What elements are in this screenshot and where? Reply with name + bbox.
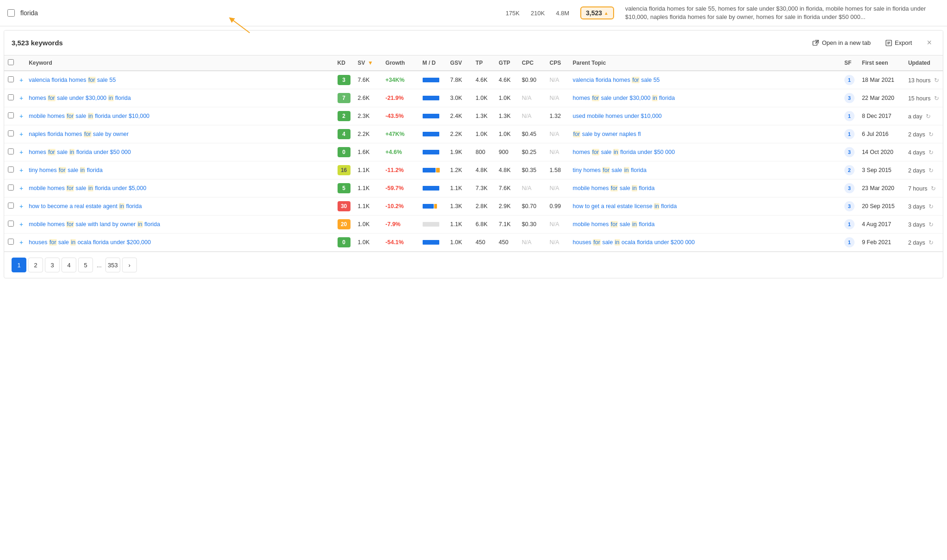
keyword-link[interactable]: naples florida homes for sale by owner (29, 131, 129, 137)
row-sf-cell: 3 (841, 143, 858, 161)
page-353-button[interactable]: 353 (105, 258, 120, 272)
row-md-cell (419, 71, 447, 89)
select-all-checkbox[interactable] (8, 59, 14, 65)
page-3-button[interactable]: 3 (45, 258, 60, 272)
row-sf-cell: 1 (841, 234, 858, 252)
export-button[interactable]: Export (882, 37, 916, 48)
close-button[interactable]: × (923, 36, 935, 49)
row-checkbox[interactable] (8, 166, 14, 172)
keyword-link[interactable]: mobile homes for sale in florida under $… (29, 113, 149, 119)
row-md-cell (419, 125, 447, 143)
th-parent-topic[interactable]: Parent Topic (569, 55, 841, 71)
th-tp[interactable]: TP (472, 55, 495, 71)
page-1-button[interactable]: 1 (12, 258, 26, 272)
row-checkbox[interactable] (8, 112, 14, 118)
sf-badge: 2 (844, 165, 855, 175)
top-row: florida 175K 210K 4.8M 3,523 ▲ valencia … (0, 0, 947, 26)
keyword-link[interactable]: mobile homes for sale in florida under $… (29, 185, 146, 191)
th-sf[interactable]: SF (841, 55, 858, 71)
row-growth-cell: +4.6% (382, 143, 419, 161)
metric-m1: 175K (505, 10, 519, 17)
row-gtp-cell: 1.0K (495, 125, 518, 143)
top-row-checkbox[interactable] (7, 9, 15, 17)
kd-badge: 4 (338, 129, 351, 139)
add-icon[interactable]: + (19, 76, 23, 84)
th-gsv[interactable]: GSV (447, 55, 472, 71)
add-icon[interactable]: + (19, 203, 23, 210)
parent-topic-link[interactable]: homes for sale in florida under $50 000 (573, 149, 675, 155)
refresh-icon[interactable]: ↻ (929, 240, 934, 246)
keyword-link[interactable]: mobile homes for sale with land by owner… (29, 221, 160, 228)
add-icon[interactable]: + (19, 221, 23, 228)
th-gtp[interactable]: GTP (495, 55, 518, 71)
page-2-button[interactable]: 2 (28, 258, 43, 272)
page-4-button[interactable]: 4 (61, 258, 76, 272)
parent-topic-link[interactable]: tiny homes for sale in florida (573, 167, 647, 173)
next-page-button[interactable]: › (122, 258, 137, 272)
th-keyword[interactable]: Keyword (25, 55, 333, 71)
parent-topic-link[interactable]: mobile homes for sale in florida (573, 221, 655, 228)
row-gtp-cell: 1.0K (495, 89, 518, 107)
parent-topic-link[interactable]: for sale by owner naples fl (573, 131, 641, 137)
open-in-tab-button[interactable]: Open in a new tab (809, 37, 874, 48)
keyword-link[interactable]: homes for sale under $30,000 in florida (29, 95, 131, 101)
add-icon[interactable]: + (19, 185, 23, 192)
row-first-seen-cell: 8 Dec 2017 (858, 107, 904, 125)
add-icon[interactable]: + (19, 112, 23, 120)
refresh-icon[interactable]: ↻ (931, 185, 936, 192)
highlighted-metric: 3,523 ▲ (580, 6, 614, 19)
row-cpc-cell: $0.45 (518, 125, 546, 143)
row-sf-cell: 1 (841, 215, 858, 234)
row-checkbox[interactable] (8, 76, 14, 82)
row-checkbox[interactable] (8, 221, 14, 227)
page-ellipsis: ... (95, 262, 104, 269)
keyword-link[interactable]: tiny homes for sale in florida (29, 167, 103, 173)
sf-badge: 3 (844, 183, 855, 193)
parent-topic-link[interactable]: mobile homes for sale in florida (573, 185, 655, 191)
row-parent-cell: homes for sale under $30,000 in florida (569, 89, 841, 107)
refresh-icon[interactable]: ↻ (929, 222, 934, 228)
refresh-icon[interactable]: ↻ (934, 77, 939, 84)
refresh-icon[interactable]: ↻ (934, 95, 939, 102)
parent-topic-link[interactable]: houses for sale in ocala florida under $… (573, 239, 695, 246)
parent-topic-link[interactable]: used mobile homes under $10,000 (573, 113, 662, 119)
th-md[interactable]: M / D (419, 55, 447, 71)
keyword-link[interactable]: how to become a real estate agent in flo… (29, 203, 142, 209)
row-checkbox[interactable] (8, 185, 14, 191)
add-icon[interactable]: + (19, 166, 23, 174)
refresh-icon[interactable]: ↻ (929, 167, 934, 174)
growth-value: -7.9% (386, 221, 401, 228)
add-icon[interactable]: + (19, 94, 23, 102)
keyword-link[interactable]: valencia florida homes for sale 55 (29, 77, 116, 83)
row-checkbox[interactable] (8, 203, 14, 209)
row-checkbox[interactable] (8, 130, 14, 136)
th-cps[interactable]: CPS (546, 55, 569, 71)
row-gsv-cell: 1.0K (447, 234, 472, 252)
add-icon[interactable]: + (19, 148, 23, 156)
th-sv[interactable]: SV ▼ (354, 55, 382, 71)
refresh-icon[interactable]: ↻ (929, 149, 934, 156)
th-growth[interactable]: Growth (382, 55, 419, 71)
keyword-link[interactable]: houses for sale in ocala florida under $… (29, 239, 151, 246)
row-checkbox-cell (4, 125, 18, 143)
refresh-icon[interactable]: ↻ (929, 131, 934, 138)
row-checkbox[interactable] (8, 148, 14, 154)
th-updated[interactable]: Updated (904, 55, 943, 71)
th-kd[interactable]: KD (334, 55, 354, 71)
add-icon[interactable]: + (19, 239, 23, 246)
sv-value: 1.6K (358, 149, 370, 155)
th-first-seen[interactable]: First seen (858, 55, 904, 71)
row-checkbox-cell (4, 143, 18, 161)
parent-topic-link[interactable]: homes for sale under $30,000 in florida (573, 95, 675, 101)
th-cpc[interactable]: CPC (518, 55, 546, 71)
page-5-button[interactable]: 5 (78, 258, 93, 272)
row-first-seen-cell: 4 Aug 2017 (858, 215, 904, 234)
row-checkbox[interactable] (8, 239, 14, 245)
row-checkbox[interactable] (8, 94, 14, 100)
refresh-icon[interactable]: ↻ (926, 113, 931, 120)
parent-topic-link[interactable]: valencia florida homes for sale 55 (573, 77, 660, 83)
keyword-link[interactable]: homes for sale in florida under $50 000 (29, 149, 131, 155)
add-icon[interactable]: + (19, 130, 23, 138)
parent-topic-link[interactable]: how to get a real estate license in flor… (573, 203, 677, 209)
refresh-icon[interactable]: ↻ (929, 203, 934, 210)
